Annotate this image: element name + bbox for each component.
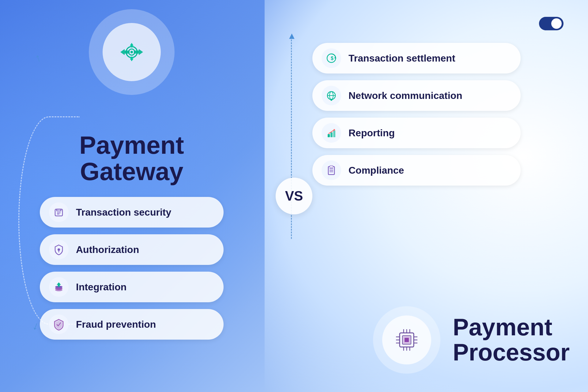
- compliance-label: Compliance: [349, 165, 404, 176]
- integration-icon: [53, 281, 65, 293]
- vs-indicator: VS: [276, 178, 312, 214]
- processor-icon: [393, 326, 420, 354]
- gateway-feature-fraud-prevention: Fraud prevention: [40, 309, 224, 340]
- transaction-security-icon: [53, 206, 65, 218]
- arrow-up-icon: ↑: [33, 51, 43, 65]
- network-communication-icon: [325, 89, 337, 102]
- payment-gateway-icon: [118, 41, 145, 63]
- svg-rect-21: [330, 132, 333, 137]
- svg-point-7: [58, 248, 60, 251]
- compliance-icon-circle: [322, 160, 341, 180]
- processor-icon-inner-circle: [382, 315, 431, 364]
- integration-icon-circle: [49, 277, 69, 297]
- transaction-settlement-label: Transaction settlement: [349, 53, 455, 64]
- gateway-features-list: Transaction security Authorization: [40, 197, 224, 340]
- transaction-security-label: Transaction security: [76, 207, 171, 218]
- main-container: Payment Gateway ↑ ↓ Transaction security: [0, 0, 588, 392]
- authorization-icon-circle: [49, 240, 69, 259]
- reporting-icon-circle: [322, 123, 341, 143]
- network-communication-icon-circle: [322, 86, 341, 105]
- vs-text: VS: [285, 188, 303, 204]
- reporting-label: Reporting: [349, 127, 395, 139]
- fraud-prevention-label: Fraud prevention: [76, 319, 156, 330]
- gateway-feature-transaction-security: Transaction security: [40, 197, 224, 228]
- svg-rect-45: [405, 338, 409, 342]
- processor-feature-transaction-settlement: $ Transaction settlement: [312, 43, 521, 74]
- processor-feature-reporting: Reporting: [312, 118, 521, 148]
- gateway-icon-inner-circle: [103, 23, 161, 81]
- gateway-feature-integration: Integration: [40, 272, 224, 302]
- authorization-label: Authorization: [76, 244, 139, 255]
- transaction-security-icon-circle: [49, 202, 69, 222]
- svg-point-2: [130, 51, 133, 53]
- processor-title: Payment Processor: [453, 315, 570, 365]
- authorization-icon: [53, 243, 65, 256]
- transaction-settlement-icon: $: [325, 52, 337, 64]
- transaction-settlement-icon-circle: $: [322, 48, 341, 68]
- reporting-icon: [325, 127, 337, 139]
- compliance-icon: [325, 164, 337, 176]
- gateway-icon-outer-circle: [89, 9, 175, 95]
- fraud-prevention-icon-circle: [49, 315, 69, 334]
- arrow-up-right-icon: ▲: [287, 31, 296, 41]
- processor-icon-outer-circle: [373, 306, 440, 374]
- arrow-down-icon: ↓: [31, 319, 40, 333]
- svg-rect-4: [57, 209, 61, 211]
- processor-feature-compliance: Compliance: [312, 155, 521, 186]
- svg-rect-26: [330, 166, 333, 168]
- svg-rect-20: [328, 134, 330, 137]
- svg-text:$: $: [331, 56, 334, 61]
- fraud-prevention-icon: [53, 318, 65, 330]
- gateway-feature-authorization: Authorization: [40, 234, 224, 265]
- processor-features-list: $ Transaction settlement: [312, 43, 557, 186]
- svg-point-23: [334, 129, 335, 131]
- gateway-title: Payment Gateway: [79, 132, 184, 185]
- svg-rect-22: [333, 130, 335, 137]
- left-panel: Payment Gateway ↑ ↓ Transaction security: [0, 0, 263, 392]
- processor-section: Payment Processor: [373, 306, 570, 374]
- processor-feature-network-communication: Network communication: [312, 80, 521, 111]
- network-communication-label: Network communication: [349, 90, 462, 101]
- integration-label: Integration: [76, 281, 126, 293]
